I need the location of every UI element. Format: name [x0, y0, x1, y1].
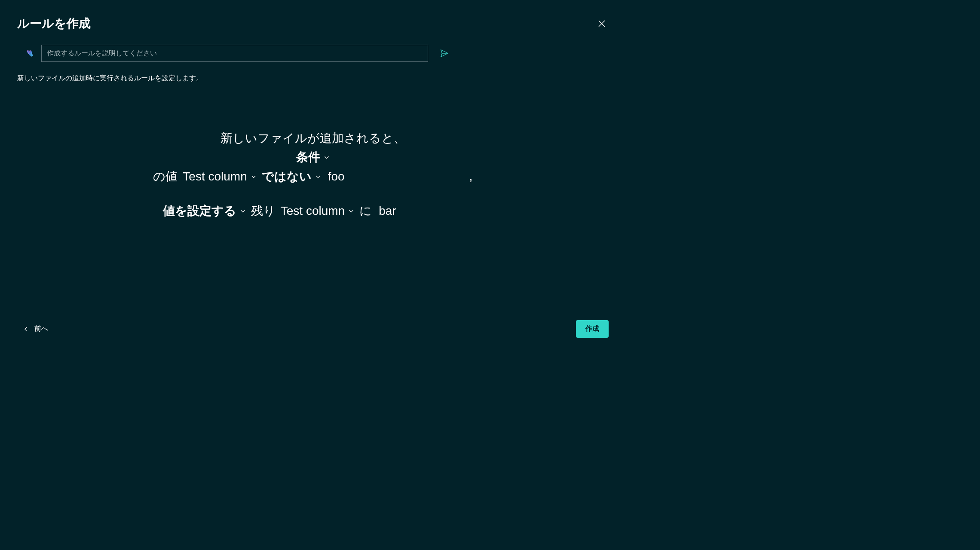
trigger-text: 新しいファイルが追加されると、: [220, 130, 406, 147]
condition-header-line: 条件: [296, 149, 330, 165]
action-label: 値を設定する: [163, 203, 236, 219]
back-button[interactable]: 前へ: [23, 324, 48, 333]
chevron-left-icon: [23, 326, 28, 332]
value-of-label: の値: [153, 168, 178, 185]
copilot-prompt-row: [0, 45, 626, 62]
condition-column-dropdown[interactable]: Test column: [183, 170, 256, 183]
action-value-input[interactable]: [377, 204, 463, 218]
condition-label: 条件: [296, 149, 320, 165]
rule-description-text: 新しいファイルの追加時に実行されるルールを設定します。: [0, 62, 626, 83]
action-column-dropdown[interactable]: Test column: [281, 204, 354, 218]
copilot-icon: [26, 49, 34, 58]
action-column-value: Test column: [281, 204, 345, 218]
close-button[interactable]: [595, 17, 609, 31]
send-button[interactable]: [438, 47, 450, 59]
operator-dropdown[interactable]: ではない: [262, 168, 321, 185]
chevron-down-icon: [315, 174, 321, 180]
operator-label: ではない: [262, 168, 312, 185]
send-icon: [440, 49, 449, 58]
create-button[interactable]: 作成: [576, 320, 609, 338]
remaining-label: 残り: [251, 203, 276, 219]
trigger-line: 新しいファイルが追加されると、: [220, 130, 406, 147]
comma-text: ,: [469, 168, 473, 184]
condition-value-input[interactable]: [326, 170, 464, 184]
chevron-down-icon: [251, 174, 257, 180]
dialog-header: ルールを作成: [0, 0, 626, 40]
dialog-footer: 前へ 作成: [0, 320, 626, 338]
back-label: 前へ: [34, 324, 48, 333]
rule-description-input[interactable]: [41, 45, 428, 62]
chevron-down-icon: [240, 208, 246, 214]
action-dropdown[interactable]: 値を設定する: [163, 203, 246, 219]
rule-builder: 新しいファイルが追加されると、 条件 の値 Test column ではない ,: [0, 130, 626, 219]
close-icon: [598, 20, 606, 28]
condition-line: の値 Test column ではない ,: [153, 168, 472, 185]
to-label: に: [359, 203, 372, 219]
chevron-down-icon: [348, 208, 354, 214]
chevron-down-icon: [324, 154, 330, 160]
action-line: 値を設定する 残り Test column に: [163, 203, 463, 219]
condition-column-value: Test column: [183, 170, 247, 183]
condition-dropdown[interactable]: 条件: [296, 149, 330, 165]
page-title: ルールを作成: [17, 15, 91, 32]
